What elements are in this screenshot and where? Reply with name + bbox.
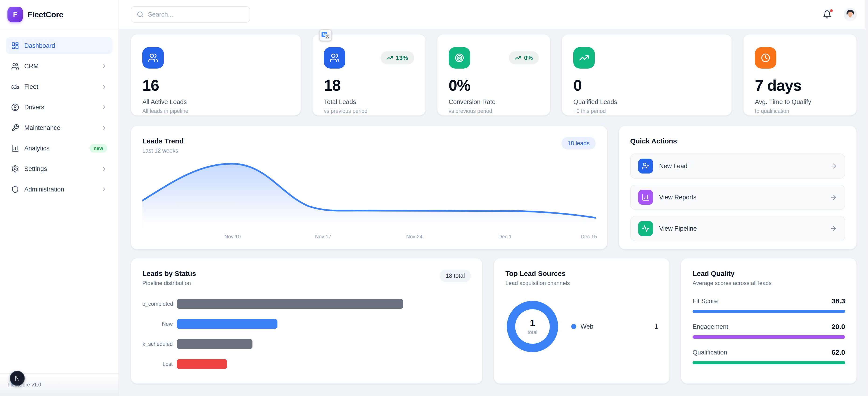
sidebar-item-maintenance[interactable]: Maintenance xyxy=(6,120,113,136)
stat-value: 16 xyxy=(142,76,289,94)
trending-up-icon xyxy=(515,55,521,61)
sidebar-item-fleet[interactable]: Fleet xyxy=(6,78,113,95)
trending-up-icon xyxy=(386,55,393,61)
bar-row: k_scheduled xyxy=(142,339,471,349)
sidebar-item-drivers[interactable]: Drivers xyxy=(6,99,113,116)
wrench-icon xyxy=(11,124,19,132)
fleetcore-dashboard: F FleetCore Dashboard CRM xyxy=(0,0,868,396)
metric-bar xyxy=(692,335,845,339)
bar xyxy=(177,359,227,369)
search-box[interactable] xyxy=(131,6,250,23)
stat-sublabel: All leads in pipeline xyxy=(142,108,289,114)
brand-name: FleetCore xyxy=(28,10,63,19)
trend-badge: 13% xyxy=(380,51,414,64)
search-icon xyxy=(137,11,144,18)
sidebar-item-label: Maintenance xyxy=(24,124,96,132)
bar-label: o_completed xyxy=(142,301,177,307)
nextjs-dev-badge[interactable]: N xyxy=(10,371,25,386)
sidebar: F FleetCore Dashboard CRM xyxy=(0,0,119,396)
sidebar-item-label: Settings xyxy=(24,165,96,173)
card-title: Lead Quality xyxy=(692,270,845,277)
total-badge: 18 total xyxy=(440,270,471,282)
sidebar-nav: Dashboard CRM Fleet Driver xyxy=(0,29,119,198)
card-title: Leads Trend xyxy=(142,137,184,145)
top-bar xyxy=(119,0,868,29)
arrow-right-icon xyxy=(830,162,837,170)
search-input[interactable] xyxy=(148,11,244,18)
chevron-right-icon xyxy=(101,166,107,172)
dev-badge-letter: N xyxy=(15,374,20,382)
x-tick: Dec 1 xyxy=(498,234,512,240)
target-icon xyxy=(449,47,470,69)
leads-trend-card: Leads Trend Last 12 weeks 18 leads xyxy=(131,126,608,250)
chevron-right-icon xyxy=(101,104,107,110)
sidebar-item-analytics[interactable]: Analytics new xyxy=(6,140,113,157)
users-icon xyxy=(11,62,19,70)
quick-action-view-pipeline[interactable]: View Pipeline xyxy=(630,216,845,241)
bar-label: Lost xyxy=(142,361,177,367)
sidebar-item-dashboard[interactable]: Dashboard xyxy=(6,37,113,54)
trending-up-icon xyxy=(573,47,595,69)
stat-label: Qualified Leads xyxy=(573,98,720,106)
sidebar-footer: N FleetCore v1.0 xyxy=(0,373,119,396)
bar-row: o_completed xyxy=(142,299,471,309)
bar-row: New xyxy=(142,319,471,329)
stat-label: Conversion Rate xyxy=(449,98,539,106)
metric-value: 20.0 xyxy=(832,323,845,331)
google-translate-extension-button[interactable]: G 文 xyxy=(319,29,332,41)
donut-total-value: 1 xyxy=(530,318,535,328)
donut-total-label: total xyxy=(528,329,537,335)
quick-action-label: View Reports xyxy=(659,194,824,201)
bar xyxy=(177,339,252,349)
quick-action-new-lead[interactable]: New Lead xyxy=(630,154,845,179)
bar-chart-icon xyxy=(11,144,19,152)
sidebar-item-administration[interactable]: Administration xyxy=(6,181,113,198)
trend-badge: 0% xyxy=(509,51,539,64)
stat-value: 18 xyxy=(324,76,414,94)
notifications-button[interactable] xyxy=(823,10,832,19)
window-scrollbar[interactable] xyxy=(865,0,868,396)
bar xyxy=(177,319,277,329)
user-circle-icon xyxy=(11,103,19,111)
stat-label: Avg. Time to Qualify xyxy=(755,98,845,106)
brand-initial: F xyxy=(13,10,17,19)
quick-action-view-reports[interactable]: View Reports xyxy=(630,185,845,210)
stats-row: 16 All Active Leads All leads in pipelin… xyxy=(131,34,857,116)
quick-action-label: New Lead xyxy=(659,163,824,170)
leads-by-status-card: Leads by Status Pipeline distribution 18… xyxy=(131,258,483,384)
stat-card-time-to-qualify: 7 days Avg. Time to Qualify to qualifica… xyxy=(743,34,857,116)
lead-quality-card: Lead Quality Average scores across all l… xyxy=(681,258,857,384)
users-icon xyxy=(324,47,345,69)
bar-label: New xyxy=(142,321,177,327)
quick-actions-card: Quick Actions New Lead xyxy=(619,126,857,250)
stat-card-total-leads: 13% 18 Total Leads vs previous period xyxy=(312,34,426,116)
status-bar-chart: o_completed New k_scheduled Lost xyxy=(142,299,471,369)
leads-trend-chart: Nov 10 Nov 17 Nov 24 Dec 1 Dec 15 xyxy=(142,157,596,240)
avatar[interactable] xyxy=(844,8,857,21)
stat-value: 0 xyxy=(573,76,720,94)
x-axis-labels: Nov 10 Nov 17 Nov 24 Dec 1 Dec 15 xyxy=(142,234,596,240)
metric-bar xyxy=(692,310,845,313)
bar xyxy=(177,299,403,309)
x-tick: Nov 10 xyxy=(224,234,241,240)
card-subtitle: Lead acquisition channels xyxy=(505,280,658,286)
stat-value: 0% xyxy=(449,76,539,94)
stat-sublabel: vs previous period xyxy=(449,108,539,114)
stat-card-conversion-rate: 0% 0% Conversion Rate vs previous period xyxy=(437,34,551,116)
metric-label: Qualification xyxy=(692,349,727,356)
gear-icon xyxy=(11,165,19,173)
sidebar-item-label: Dashboard xyxy=(24,42,107,50)
leads-count-badge: 18 leads xyxy=(561,137,596,150)
metric-label: Engagement xyxy=(692,323,728,330)
sidebar-item-crm[interactable]: CRM xyxy=(6,58,113,75)
x-tick: Dec 15 xyxy=(581,234,597,240)
users-icon xyxy=(142,47,164,69)
sidebar-item-settings[interactable]: Settings xyxy=(6,160,113,177)
stat-value: 7 days xyxy=(755,76,845,94)
card-title: Top Lead Sources xyxy=(505,270,658,277)
metric-value: 38.3 xyxy=(832,297,845,305)
notification-dot xyxy=(829,9,834,13)
activity-icon xyxy=(638,221,653,236)
quick-action-label: View Pipeline xyxy=(659,225,824,232)
bar-chart-icon xyxy=(638,190,653,205)
